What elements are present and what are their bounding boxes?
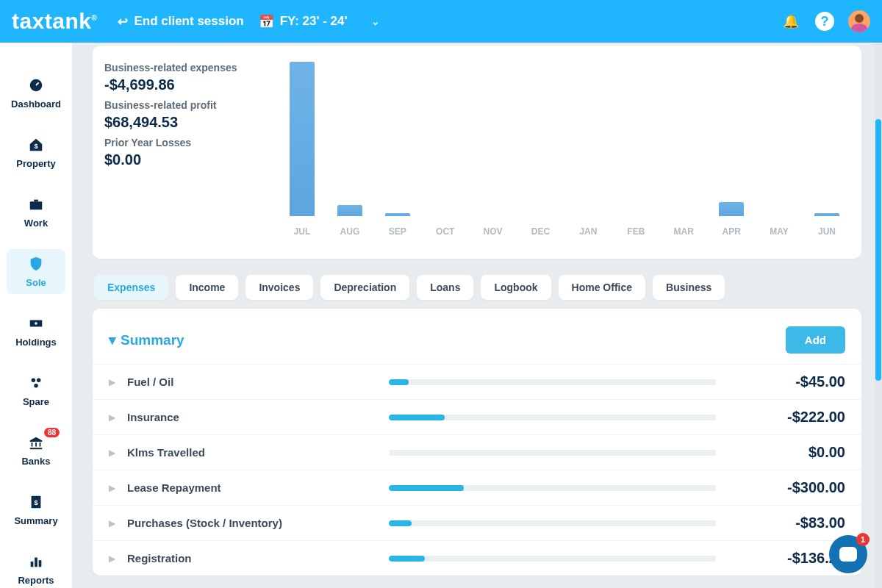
row-name: Fuel / Oil bbox=[127, 376, 377, 388]
summary-row[interactable]: ▶Registration-$136.25 bbox=[93, 540, 861, 576]
help-button[interactable]: ? bbox=[814, 11, 835, 32]
summary-row[interactable]: ▶Fuel / Oil-$45.00 bbox=[93, 364, 861, 399]
svg-point-5 bbox=[35, 322, 37, 325]
scrollbar-thumb[interactable] bbox=[875, 119, 881, 381]
row-amount: $0.00 bbox=[728, 444, 845, 461]
sidebar-item-label: Reports bbox=[18, 575, 54, 586]
tab-business[interactable]: Business bbox=[653, 275, 725, 300]
sidebar-item-label: Work bbox=[24, 218, 48, 229]
row-name: Purchases (Stock / Inventory) bbox=[127, 517, 377, 529]
logout-icon: ↩ bbox=[118, 14, 128, 29]
sidebar-item-label: Banks bbox=[21, 456, 50, 467]
main-content: Business-related expenses-$4,699.86Busin… bbox=[72, 43, 882, 588]
end-session-button[interactable]: ↩ End client session bbox=[118, 14, 243, 29]
chevron-down-icon: ⌄ bbox=[371, 15, 380, 27]
summary-title: Summary bbox=[121, 332, 184, 348]
svg-text:$: $ bbox=[34, 143, 37, 150]
metric-label: Business-related expenses bbox=[104, 62, 257, 74]
chart-bar[interactable] bbox=[814, 213, 839, 216]
gauge-icon bbox=[27, 76, 45, 94]
summary-toggle[interactable]: ▾ Summary bbox=[109, 331, 184, 348]
sidebar-item-summary[interactable]: $Summary bbox=[7, 487, 65, 532]
chart-xlabel: SEP bbox=[385, 226, 410, 237]
sidebar-item-work[interactable]: Work bbox=[7, 190, 65, 234]
top-bar: taxtank® ↩ End client session 📅 FY: 23' … bbox=[0, 0, 882, 43]
metric: Prior Year Losses$0.00 bbox=[104, 137, 257, 168]
bank-icon bbox=[27, 434, 45, 451]
sidebar-item-reports[interactable]: Reports bbox=[7, 547, 65, 588]
help-icon: ? bbox=[815, 12, 834, 31]
add-button[interactable]: Add bbox=[786, 326, 845, 354]
chat-widget[interactable]: 1 bbox=[829, 535, 867, 573]
chart-bar[interactable] bbox=[337, 205, 362, 216]
summary-row[interactable]: ▶Insurance-$222.00 bbox=[93, 399, 861, 434]
chart-bar[interactable] bbox=[385, 213, 410, 216]
tab-invoices[interactable]: Invoices bbox=[245, 275, 313, 300]
avatar-button[interactable] bbox=[848, 10, 870, 32]
svg-point-6 bbox=[32, 379, 36, 383]
summary-card: ▾ Summary Add ▶Fuel / Oil-$45.00▶Insuran… bbox=[93, 309, 861, 576]
metrics-panel: Business-related expenses-$4,699.86Busin… bbox=[93, 46, 269, 237]
row-amount: -$45.00 bbox=[728, 373, 845, 390]
sidebar-item-property[interactable]: $Property bbox=[7, 130, 65, 175]
summary-row[interactable]: ▶Lease Repayment-$300.00 bbox=[93, 470, 861, 505]
sidebar: Dashboard$PropertyWorkSoleHoldingsSpareB… bbox=[0, 43, 72, 588]
caret-down-icon: ▾ bbox=[109, 331, 116, 348]
row-progress bbox=[389, 520, 716, 526]
chevron-right-icon: ▶ bbox=[109, 448, 115, 458]
metric: Business-related expenses-$4,699.86 bbox=[104, 62, 257, 93]
sidebar-item-label: Sole bbox=[26, 277, 46, 288]
shield-icon bbox=[27, 255, 45, 273]
metric-value: -$4,699.86 bbox=[104, 76, 257, 93]
sidebar-item-label: Holdings bbox=[15, 337, 57, 348]
metric-label: Business-related profit bbox=[104, 99, 257, 111]
row-progress bbox=[389, 415, 716, 420]
svg-rect-2 bbox=[30, 201, 43, 209]
bars-icon bbox=[27, 553, 45, 570]
chart-bar[interactable] bbox=[290, 62, 315, 216]
metric-label: Prior Year Losses bbox=[104, 137, 257, 148]
chevron-right-icon: ▶ bbox=[109, 377, 115, 387]
chart-xlabel: MAY bbox=[767, 226, 792, 237]
metric: Business-related profit$68,494.53 bbox=[104, 99, 257, 131]
sidebar-item-sole[interactable]: Sole bbox=[7, 249, 65, 294]
tab-home-office[interactable]: Home Office bbox=[559, 275, 645, 300]
sidebar-item-banks[interactable]: Banks88 bbox=[7, 428, 65, 473]
summary-row[interactable]: ▶Klms Travelled$0.00 bbox=[93, 434, 861, 470]
chart-xlabel: JUN bbox=[814, 226, 839, 237]
row-amount: -$136.25 bbox=[728, 550, 845, 567]
sidebar-item-label: Property bbox=[16, 158, 55, 169]
sidebar-item-label: Spare bbox=[23, 396, 49, 407]
hex-icon bbox=[27, 374, 45, 392]
home-icon: $ bbox=[27, 136, 45, 154]
chart-bar[interactable] bbox=[719, 202, 744, 216]
tab-income[interactable]: Income bbox=[176, 275, 238, 300]
row-amount: -$222.00 bbox=[728, 409, 845, 426]
svg-text:$: $ bbox=[34, 499, 37, 506]
svg-rect-3 bbox=[34, 200, 38, 202]
tab-expenses[interactable]: Expenses bbox=[94, 275, 168, 300]
tab-depreciation[interactable]: Depreciation bbox=[320, 275, 409, 300]
svg-rect-11 bbox=[31, 562, 34, 567]
scrollbar-track[interactable] bbox=[875, 43, 882, 588]
notifications-button[interactable]: 🔔 bbox=[781, 11, 801, 32]
tab-loans[interactable]: Loans bbox=[417, 275, 473, 300]
row-progress bbox=[389, 485, 716, 491]
briefcase-icon bbox=[27, 196, 45, 213]
end-session-label: End client session bbox=[134, 14, 243, 29]
chevron-right-icon: ▶ bbox=[109, 518, 115, 528]
fy-selector[interactable]: 📅 FY: 23' - 24' ⌄ bbox=[259, 14, 380, 29]
row-name: Klms Travelled bbox=[127, 446, 377, 459]
summary-row[interactable]: ▶Purchases (Stock / Inventory)-$83.00 bbox=[93, 505, 861, 540]
chart-xlabel: DEC bbox=[528, 226, 553, 237]
sidebar-item-holdings[interactable]: Holdings bbox=[7, 309, 65, 354]
row-progress bbox=[389, 556, 716, 562]
sidebar-item-spare[interactable]: Spare bbox=[7, 368, 65, 413]
bell-icon: 🔔 bbox=[783, 13, 799, 29]
metric-value: $68,494.53 bbox=[104, 114, 257, 131]
sidebar-item-dashboard[interactable]: Dashboard bbox=[7, 71, 65, 115]
tab-logbook[interactable]: Logbook bbox=[481, 275, 551, 300]
chart-xlabel: JAN bbox=[576, 226, 600, 237]
cash-icon bbox=[27, 315, 45, 332]
row-name: Insurance bbox=[127, 411, 377, 423]
